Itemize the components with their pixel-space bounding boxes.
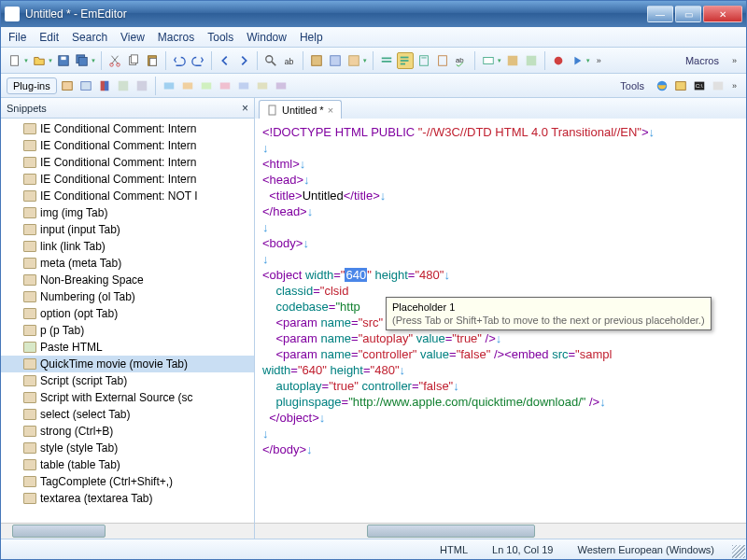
snippet-item[interactable]: table (table Tab) [1, 456, 254, 473]
menu-search[interactable]: Search [72, 31, 107, 44]
saveall-icon[interactable] [74, 52, 91, 69]
play-icon[interactable] [569, 52, 585, 69]
open-icon[interactable] [31, 52, 48, 69]
maximize-button[interactable]: ▭ [675, 6, 701, 22]
snippet-item[interactable]: QuickTime movie (movie Tab) [1, 356, 254, 372]
paste-icon[interactable] [144, 52, 161, 69]
menu-macros[interactable]: Macros [158, 31, 194, 44]
snippet-item[interactable]: IE Conditional Comment: Intern [1, 154, 254, 171]
menu-help[interactable]: Help [300, 31, 323, 44]
undo-icon[interactable] [171, 52, 188, 69]
macros-overflow-icon[interactable]: » [728, 56, 740, 65]
copy-icon[interactable] [125, 52, 142, 69]
wrap-col-icon[interactable] [434, 52, 451, 69]
menu-file[interactable]: File [8, 31, 26, 44]
tool1-icon[interactable] [308, 52, 325, 69]
plugin11-icon[interactable] [254, 77, 271, 94]
config-icon[interactable] [480, 52, 497, 69]
plugin8-icon[interactable] [198, 77, 215, 94]
find-icon[interactable] [262, 52, 279, 69]
editor-hscroll[interactable] [255, 523, 746, 539]
plugin2-icon[interactable] [78, 77, 94, 94]
snippet-item[interactable]: Numbering (ol Tab) [1, 288, 254, 305]
snippet-item[interactable]: Script with External Source (sc [1, 389, 254, 406]
redo-icon[interactable] [190, 52, 206, 69]
svg-rect-27 [508, 55, 518, 65]
replace-icon[interactable]: ab [281, 52, 298, 69]
svg-rect-14 [312, 55, 322, 65]
snippet-item[interactable]: Paste HTML [1, 339, 254, 356]
snippets-list[interactable]: IE Conditional Comment: InternIE Conditi… [1, 119, 254, 523]
record-icon[interactable] [550, 52, 567, 69]
titlebar[interactable]: Untitled * - EmEditor — ▭ ✕ [1, 1, 746, 27]
snippet-item[interactable]: meta (meta Tab) [1, 255, 254, 272]
sidebar-hscroll[interactable] [1, 523, 254, 539]
svg-rect-15 [331, 55, 341, 65]
tool-last-icon[interactable] [710, 77, 726, 94]
close-button[interactable]: ✕ [703, 6, 742, 22]
tool3-icon[interactable] [345, 52, 362, 69]
snippet-item[interactable]: style (style Tab) [1, 440, 254, 456]
snippet-item[interactable]: p (p Tab) [1, 322, 254, 339]
snippet-item[interactable]: IE Conditional Comment: Intern [1, 120, 254, 137]
snippet-label: select (select Tab) [40, 408, 131, 421]
snippet-item[interactable]: TagComplete (Ctrl+Shift+,) [1, 473, 254, 490]
snippet-item[interactable]: option (opt Tab) [1, 305, 254, 322]
cmd-icon[interactable]: C:\ [691, 77, 708, 94]
plugin-docs-icon[interactable] [96, 77, 113, 94]
snippet-icon [23, 123, 36, 134]
tab-close-icon[interactable]: × [328, 105, 333, 116]
new-icon[interactable] [7, 52, 23, 69]
tool5-icon[interactable] [523, 52, 540, 69]
tab-untitled[interactable]: Untitled * × [259, 100, 342, 119]
forward-icon[interactable] [235, 52, 252, 69]
toolbar-overflow-icon[interactable]: » [593, 56, 605, 65]
save-icon[interactable] [55, 52, 72, 69]
menu-window[interactable]: Window [247, 31, 287, 44]
plugin4-icon[interactable] [115, 77, 132, 94]
svg-rect-35 [137, 80, 148, 91]
snippet-item[interactable]: Script (script Tab) [1, 372, 254, 389]
snippets-close-icon[interactable]: × [242, 102, 248, 115]
toolbar-macros-label[interactable]: Macros [685, 55, 726, 66]
snippet-item[interactable]: input (input Tab) [1, 221, 254, 238]
code-editor[interactable]: <!DOCTYPE HTML PUBLIC "-//W3C//DTD HTML … [255, 119, 746, 523]
snippet-item[interactable]: link (link Tab) [1, 238, 254, 255]
wrap-window-icon[interactable] [397, 52, 414, 69]
snippet-item[interactable]: img (img Tab) [1, 204, 254, 221]
toolbar-tools-label[interactable]: Tools [620, 80, 652, 91]
menu-edit[interactable]: Edit [39, 31, 59, 44]
editor-tabs: Untitled * × [255, 98, 746, 119]
plugin7-icon[interactable] [179, 77, 196, 94]
snippet-item[interactable]: select (select Tab) [1, 406, 254, 423]
plugin5-icon[interactable] [134, 77, 150, 94]
spell-icon[interactable]: ab [453, 52, 470, 69]
resize-grip[interactable] [732, 545, 745, 558]
plugin10-icon[interactable] [235, 77, 252, 94]
plugin12-icon[interactable] [273, 77, 289, 94]
tool2-icon[interactable] [327, 52, 344, 69]
tool4-icon[interactable] [504, 52, 521, 69]
snippet-item[interactable]: IE Conditional Comment: Intern [1, 137, 254, 154]
app-icon [5, 7, 20, 21]
plugin6-icon[interactable] [161, 77, 177, 94]
status-cursor: Ln 10, Col 19 [486, 544, 558, 555]
back-icon[interactable] [217, 52, 233, 69]
snippet-item[interactable]: textarea (textarea Tab) [1, 490, 254, 507]
minimize-button[interactable]: — [647, 6, 673, 22]
wrap-page-icon[interactable] [416, 52, 432, 69]
tools-overflow-icon[interactable]: » [728, 81, 740, 91]
ie-icon[interactable] [654, 77, 670, 94]
plugin9-icon[interactable] [217, 77, 233, 94]
svg-rect-47 [713, 81, 724, 90]
explorer-icon[interactable] [672, 77, 689, 94]
snippet-item[interactable]: Non-Breaking Space [1, 272, 254, 288]
wrap-none-icon[interactable] [378, 52, 395, 69]
menu-tools[interactable]: Tools [207, 31, 233, 44]
snippet-item[interactable]: strong (Ctrl+B) [1, 423, 254, 440]
menu-view[interactable]: View [120, 31, 145, 44]
cut-icon[interactable] [106, 52, 123, 69]
snippet-item[interactable]: IE Conditional Comment: NOT I [1, 188, 254, 204]
plugin1-icon[interactable] [59, 77, 76, 94]
snippet-item[interactable]: IE Conditional Comment: Intern [1, 171, 254, 188]
